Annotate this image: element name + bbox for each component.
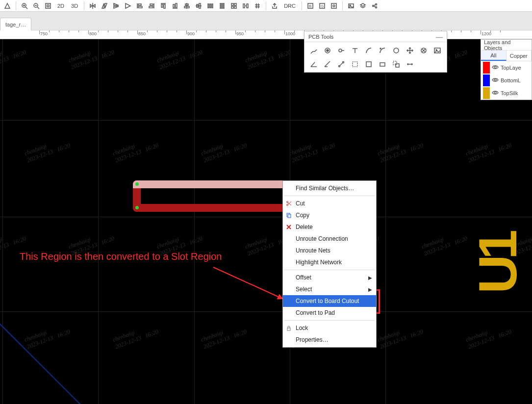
mirror-v-icon[interactable] — [111, 0, 122, 11]
circle-tool-icon[interactable] — [390, 44, 403, 57]
measure-tool-icon[interactable] — [404, 58, 416, 71]
layers-panel-header[interactable]: Layers and Objects — [481, 40, 532, 50]
view-3d-button[interactable]: 3D — [68, 0, 81, 11]
align-right-icon[interactable] — [146, 0, 157, 11]
layer-name: TopSilk — [501, 90, 518, 96]
pad-tool-icon[interactable] — [321, 44, 334, 57]
flip-h-icon[interactable] — [87, 0, 98, 11]
fab-icon[interactable] — [329, 0, 339, 11]
region-vertex[interactable] — [135, 182, 139, 186]
document-tab[interactable]: tage_r… — [0, 18, 31, 30]
region-vertex[interactable] — [135, 206, 139, 209]
svg-rect-8 — [220, 7, 224, 8]
bom-b-icon[interactable]: B — [305, 0, 316, 11]
menu-convert-pad[interactable]: Convert to Pad — [283, 307, 376, 319]
zoom-out-icon[interactable] — [31, 0, 42, 11]
zoom-in-icon[interactable] — [19, 0, 30, 11]
menu-unroute-connection[interactable]: Unroute Connection — [283, 233, 376, 245]
dimension-tool-icon[interactable] — [321, 58, 334, 71]
menu-offset[interactable]: Offset▶ — [283, 272, 376, 283]
layer-row[interactable]: TopSilk — [481, 87, 532, 100]
menu-delete[interactable]: Delete — [283, 221, 376, 233]
menu-highlight-network[interactable]: Highlight Network — [283, 256, 376, 268]
align-center-v-icon[interactable] — [193, 0, 204, 11]
solid-region-tool-icon[interactable] — [362, 58, 375, 71]
polygon-tool-icon[interactable] — [2, 0, 13, 11]
svg-rect-7 — [220, 5, 224, 6]
svg-point-43 — [494, 79, 496, 81]
menu-find-similar[interactable]: Find Similar Objects… — [283, 182, 376, 194]
layer-row[interactable]: BottomL — [481, 74, 532, 87]
gridline — [0, 120, 532, 121]
main-toolbar: 2D 3D DRC B G — [0, 0, 532, 12]
layer-row[interactable]: TopLaye — [481, 61, 532, 74]
share-icon[interactable] — [369, 0, 380, 11]
drc-button[interactable]: DRC — [281, 0, 299, 11]
svg-point-31 — [394, 48, 399, 53]
align-bottom-icon[interactable] — [170, 0, 180, 11]
svg-rect-5 — [212, 4, 213, 8]
hole-tool-icon[interactable] — [417, 44, 430, 57]
align-center-h-icon[interactable] — [181, 0, 192, 11]
image-tool-icon[interactable] — [431, 44, 444, 57]
arc-center-tool-icon[interactable] — [376, 44, 389, 57]
menu-properties[interactable]: Properties… — [283, 334, 376, 346]
rotate-icon[interactable] — [123, 0, 133, 11]
visibility-eye-icon[interactable] — [492, 64, 499, 72]
distribute-space-icon[interactable] — [240, 0, 251, 11]
horizontal-ruler: 75080085090095010001050110011501200 — [0, 30, 532, 39]
pcb-canvas[interactable]: chenhaiqi 2023-12-13 16:20chenhaiqi 2023… — [0, 39, 532, 404]
move-tool-icon[interactable] — [404, 44, 416, 57]
menu-cut[interactable]: Cut — [283, 198, 376, 209]
connect-tool-icon[interactable] — [335, 58, 348, 71]
mirror-h-icon[interactable] — [99, 0, 110, 11]
image-icon[interactable] — [346, 0, 356, 11]
menu-lock[interactable]: Lock — [283, 322, 376, 334]
menu-copy[interactable]: Copy — [283, 209, 376, 221]
rect-tool-icon[interactable] — [376, 58, 389, 71]
export-icon[interactable] — [269, 0, 280, 11]
layers-tab-copper[interactable]: Copper — [507, 50, 532, 61]
gerber-g-icon[interactable]: G — [317, 0, 328, 11]
text-tool-icon[interactable] — [349, 44, 361, 57]
via-tool-icon[interactable] — [335, 44, 348, 57]
group-tool-icon[interactable] — [390, 58, 403, 71]
view-2d-button[interactable]: 2D — [54, 0, 67, 11]
layers-panel-title: Layers and Objects — [484, 39, 529, 51]
align-left-icon[interactable] — [134, 0, 145, 11]
align-top-icon[interactable] — [158, 0, 169, 11]
svg-point-44 — [494, 92, 496, 94]
watermark: chenhaiqi 2023-12-13 16:20 — [377, 135, 425, 164]
layers-tab-all[interactable]: All — [481, 50, 507, 61]
protractor-tool-icon[interactable] — [307, 58, 320, 71]
visibility-eye-icon[interactable] — [492, 76, 499, 84]
pcb-tools-header[interactable]: PCB Tools — — [304, 31, 447, 42]
distribute-v-icon[interactable] — [217, 0, 228, 11]
zoom-fit-icon[interactable] — [43, 0, 53, 11]
menu-convert-board-cutout[interactable]: Convert to Board Cutout — [283, 295, 376, 307]
svg-point-20 — [333, 5, 335, 7]
ruler-tick-label: 800 — [89, 31, 97, 36]
menu-select[interactable]: Select▶ — [283, 283, 376, 295]
align-grid-icon[interactable] — [252, 0, 263, 11]
component-designator-u1: U1 — [466, 234, 529, 294]
watermark: chenhaiqi 2023-12-13 16:20 — [288, 135, 336, 164]
svg-rect-39 — [380, 63, 385, 66]
layers-icon[interactable] — [357, 0, 368, 11]
svg-text:G: G — [321, 4, 324, 8]
visibility-eye-icon[interactable] — [492, 89, 499, 97]
arc-tool-icon[interactable] — [362, 44, 375, 57]
menu-unroute-nets[interactable]: Unroute Nets — [283, 245, 376, 256]
svg-rect-14 — [247, 4, 248, 8]
watermark: chenhaiqi 2023-12-13 16:20 — [156, 42, 204, 71]
copper-area-tool-icon[interactable] — [349, 58, 361, 71]
layer-name: TopLaye — [501, 65, 521, 71]
track-tool-icon[interactable] — [307, 44, 320, 57]
watermark: chenhaiqi 2023-12-13 16:20 — [200, 321, 248, 351]
minimize-icon[interactable]: — — [436, 33, 443, 41]
svg-rect-40 — [393, 61, 397, 65]
watermark: chenhaiqi 2023-12-13 16:20 — [112, 135, 160, 164]
distribute-grid-icon[interactable] — [228, 0, 239, 11]
document-tab-strip: tage_r… — [0, 12, 532, 30]
distribute-h-icon[interactable] — [205, 0, 216, 11]
